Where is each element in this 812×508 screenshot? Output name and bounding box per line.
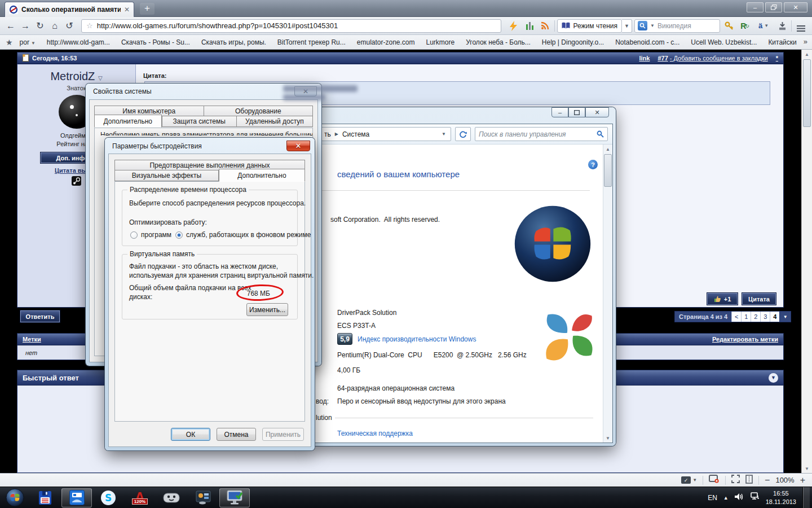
taskbar-item-system[interactable] <box>219 488 250 507</box>
system-scrollbar[interactable]: ▲ ▼ <box>603 144 612 443</box>
search-placeholder[interactable]: Википедия <box>657 22 691 30</box>
bookmark-star-icon[interactable]: ☆ <box>86 21 93 30</box>
radio-background-services[interactable]: служб, работающих в фоновом режиме <box>175 231 311 239</box>
back-button[interactable]: ← <box>5 19 17 33</box>
fit-page-icon[interactable] <box>745 475 753 486</box>
wei-link[interactable]: Индекс производительности Windows <box>358 335 476 343</box>
bookmark-item[interactable]: BitTorrent трекер Ru... <box>272 38 351 46</box>
taskbar-item-tablet-pc-settings[interactable] <box>188 488 218 507</box>
scrollbar-thumb[interactable] <box>604 154 612 187</box>
close-button[interactable]: ✕ <box>585 107 609 117</box>
change-button[interactable]: Изменить... <box>246 303 288 316</box>
pager-dropdown[interactable]: ▼ <box>779 312 791 322</box>
tab-close-icon[interactable]: ✕ <box>124 6 130 13</box>
snapshot-icon[interactable] <box>709 475 720 485</box>
zoom-out-button[interactable]: − <box>765 475 770 485</box>
radio-icon[interactable] <box>130 231 138 239</box>
ok-button[interactable]: ОК <box>171 428 210 441</box>
pager-page-1[interactable]: 1 <box>741 312 751 322</box>
post-number-link[interactable]: #77 <box>657 55 668 62</box>
tray-expand-icon[interactable]: ▲ <box>723 495 729 501</box>
url-text[interactable]: http://www.old-games.ru/forum/showthread… <box>97 21 338 30</box>
plus-one-button[interactable]: +1 <box>707 292 738 305</box>
zoom-in-button[interactable]: + <box>800 475 805 485</box>
tab-protection[interactable]: Защита системы <box>162 116 237 127</box>
bookmark-item[interactable]: Notabenoid.com - c... <box>610 38 685 46</box>
apply-button[interactable]: Применить <box>262 428 304 441</box>
control-panel-search[interactable]: Поиск в панели управления <box>475 127 608 141</box>
scroll-up-icon[interactable]: ▲ <box>802 50 812 59</box>
bookmark-item[interactable]: Скачать - Ромы - Su... <box>116 38 196 46</box>
bookmark-item[interactable]: Китайски <box>762 38 802 46</box>
taskbar-item-alcohol-120[interactable]: A 120% <box>125 488 155 507</box>
close-button[interactable]: ✕ <box>784 2 807 12</box>
download-icon[interactable] <box>775 19 789 33</box>
breadcrumb-dropdown-icon[interactable]: ▼ <box>442 132 446 137</box>
quote-button[interactable]: Цитата <box>742 292 776 305</box>
help-icon[interactable]: ? <box>588 160 598 169</box>
bookmarks-overflow-button[interactable]: » <box>804 37 807 46</box>
refresh-button[interactable]: ↻ <box>34 19 46 33</box>
bookmark-item[interactable]: Ucell Web. Uzbekist... <box>685 38 762 46</box>
reading-mode-dropdown[interactable]: ▼ <box>622 19 632 33</box>
network-icon[interactable] <box>750 492 760 503</box>
taskbar-item-maxthon-browser[interactable] <box>61 488 92 507</box>
bookmark-item[interactable]: Help | Dingoonity.o... <box>536 38 610 46</box>
bookmark-item[interactable]: por▼ <box>14 38 41 46</box>
taskbar-item-skype[interactable]: S <box>93 488 123 507</box>
roboform-icon[interactable]: R↻ <box>738 19 752 33</box>
taskbar-item-game-emulator[interactable] <box>156 488 187 507</box>
lightning-icon[interactable] <box>507 19 520 33</box>
zoom-level[interactable]: 100% <box>775 476 794 484</box>
add-bookmark-link[interactable]: - Добавить сообщение в закладки <box>670 55 768 62</box>
radio-selected-icon[interactable] <box>175 231 183 239</box>
search-icon[interactable] <box>597 130 604 138</box>
search-engine-caret-icon[interactable]: ▼ <box>650 23 655 28</box>
tab-advanced[interactable]: Дополнительно <box>94 115 162 128</box>
bookmarks-star-icon[interactable]: ★ <box>6 38 13 47</box>
close-button[interactable]: ✕ <box>286 141 310 151</box>
tab-remote[interactable]: Удаленный доступ <box>237 116 313 127</box>
scroll-down-icon[interactable]: ▼ <box>603 433 612 443</box>
menu-icon[interactable] <box>794 19 807 33</box>
fullscreen-icon[interactable] <box>731 475 740 485</box>
show-desktop-button[interactable] <box>802 487 810 508</box>
tags-header[interactable]: Метки <box>23 336 41 343</box>
bookmark-item[interactable]: Lurkmore <box>421 38 461 46</box>
password-key-icon[interactable] <box>722 19 736 33</box>
bookmark-item[interactable]: http://www.old-gam... <box>41 38 116 46</box>
translate-icon[interactable]: ӓ▼ <box>754 19 773 33</box>
language-indicator[interactable]: EN <box>708 494 717 502</box>
new-tab-button[interactable]: + <box>140 3 155 15</box>
tab-visual-effects[interactable]: Визуальные эффекты <box>114 170 219 181</box>
tab-hardware[interactable]: Оборудование <box>204 106 314 116</box>
pager-prev[interactable]: < <box>731 312 741 322</box>
search-engine-icon[interactable] <box>638 21 647 30</box>
scrollbar-thumb[interactable] <box>803 59 811 127</box>
rss-icon[interactable] <box>539 19 552 33</box>
reading-mode-button[interactable]: Режим чтения <box>557 19 622 33</box>
bookmark-item[interactable]: emulator-zone.com <box>351 38 421 46</box>
home-button[interactable]: ⌂ <box>48 19 61 33</box>
post-link[interactable]: link <box>639 55 650 62</box>
radio-programs[interactable]: программ <box>130 231 171 239</box>
restore-button[interactable] <box>765 2 782 12</box>
tab-advanced[interactable]: Дополнительно <box>219 169 305 182</box>
reply-button[interactable]: Ответить <box>20 310 60 323</box>
pager-page-2[interactable]: 2 <box>751 312 760 322</box>
browser-tab[interactable]: Сколько оперативной памяти ... ✕ <box>5 2 134 17</box>
refresh-button[interactable] <box>455 127 471 141</box>
author-name[interactable]: MetroidZ ▽ <box>17 70 135 83</box>
browser-search-box[interactable]: ▼ Википедия <box>634 19 720 33</box>
undo-button[interactable]: ↺ <box>63 19 76 33</box>
forward-button[interactable]: → <box>19 19 32 33</box>
bookmark-item[interactable]: Скачать игры, ромы. <box>196 38 272 46</box>
pager-page-3[interactable]: 3 <box>760 312 770 322</box>
scroll-up-icon[interactable]: ▲ <box>603 144 612 154</box>
collapse-icon[interactable]: ▼ <box>769 373 778 383</box>
scroll-down-icon[interactable]: ▼ <box>802 464 812 473</box>
url-bar[interactable]: ☆ http://www.old-games.ru/forum/showthre… <box>81 19 501 33</box>
start-button[interactable] <box>0 488 29 507</box>
equalizer-icon[interactable] <box>523 19 536 33</box>
support-link[interactable]: Техническая поддержка <box>337 430 413 437</box>
